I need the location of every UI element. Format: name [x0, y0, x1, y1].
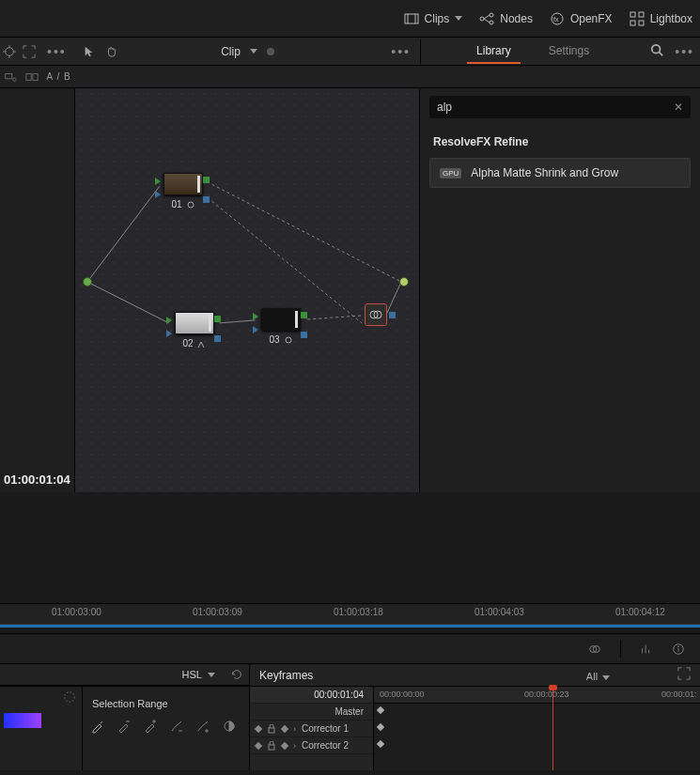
- fx-icon: fx: [550, 11, 565, 26]
- corrector-node-03[interactable]: 03: [261, 308, 301, 345]
- svg-line-30: [307, 316, 362, 319]
- link-icon: [284, 335, 293, 345]
- svg-text:fx: fx: [553, 16, 559, 23]
- source-node[interactable]: [83, 277, 92, 287]
- effects-library-panel: alp ✕ ResolveFX Refine GPU Alpha Matte S…: [420, 88, 700, 492]
- reset-icon[interactable]: [230, 668, 243, 681]
- svg-point-34: [286, 337, 291, 343]
- expand-chevron-icon[interactable]: ›: [293, 724, 296, 734]
- timeline-tick: 01:00:03:00: [52, 607, 101, 617]
- clear-search-icon[interactable]: ✕: [674, 101, 683, 114]
- search-button[interactable]: [645, 43, 669, 60]
- fx-search-input[interactable]: alp ✕: [429, 96, 691, 118]
- link-icon: [186, 200, 195, 209]
- clips-toggle[interactable]: Clips: [404, 11, 463, 26]
- svg-line-21: [660, 52, 663, 55]
- picker-plus-icon[interactable]: [143, 719, 158, 734]
- playhead[interactable]: [552, 687, 553, 770]
- svg-point-23: [13, 77, 17, 81]
- arrow-tool-icon[interactable]: [83, 45, 96, 58]
- node-label: 02: [182, 338, 193, 349]
- timeline-tick: 01:00:03:09: [193, 607, 242, 617]
- keyframe-marker-icon[interactable]: [281, 741, 288, 749]
- openfx-toggle[interactable]: fx OpenFX: [550, 11, 613, 26]
- chevron-down-icon: [455, 16, 462, 21]
- keyframe-toggle-icon[interactable]: [255, 741, 262, 749]
- hue-gradient[interactable]: [4, 713, 41, 728]
- nodes-icon: [479, 11, 494, 26]
- output-node[interactable]: [399, 277, 409, 287]
- nodes-label: Nodes: [500, 12, 533, 25]
- lightbox-label: Lightbox: [650, 12, 692, 25]
- scope-indicator: [267, 48, 274, 55]
- kf-track-row[interactable]: › Corrector 2: [250, 737, 373, 754]
- expand-chevron-icon[interactable]: ›: [293, 741, 296, 751]
- hand-tool-icon[interactable]: [105, 45, 118, 58]
- lock-icon[interactable]: [267, 741, 276, 751]
- tab-settings[interactable]: Settings: [539, 39, 599, 64]
- nodes-toggle[interactable]: Nodes: [479, 11, 533, 26]
- split-icon[interactable]: [25, 70, 39, 84]
- kf-track-row[interactable]: › Corrector 1: [250, 721, 373, 737]
- keyframe-marker[interactable]: [377, 723, 384, 731]
- tab-library[interactable]: Library: [467, 39, 521, 64]
- node-graph[interactable]: 01 02 03: [75, 88, 420, 492]
- svg-point-45: [65, 692, 75, 703]
- keyframes-title: Keyframes: [259, 669, 313, 682]
- lock-icon[interactable]: [267, 724, 276, 734]
- keyframe-marker[interactable]: [377, 740, 384, 748]
- search-value: alp: [437, 101, 452, 114]
- qualifier-mode[interactable]: HSL: [182, 669, 202, 680]
- layer-mixer-node[interactable]: [365, 303, 387, 326]
- more-menu-graph[interactable]: •••: [385, 44, 416, 59]
- kf-ruler-tick: 00:00:00:23: [524, 690, 569, 699]
- keyframe-toggle-icon[interactable]: [255, 724, 262, 732]
- feather-plus-icon[interactable]: [195, 719, 210, 734]
- expand-icon[interactable]: [23, 45, 36, 58]
- mini-timeline[interactable]: 01:00:03:00 01:00:03:09 01:00:03:18 01:0…: [0, 603, 700, 624]
- svg-rect-24: [26, 73, 31, 80]
- clips-label: Clips: [425, 12, 450, 25]
- svg-point-33: [188, 202, 194, 208]
- svg-rect-11: [639, 12, 644, 17]
- search-icon: [650, 43, 663, 56]
- picker-icon[interactable]: [90, 719, 105, 734]
- fx-item-label: Alpha Matte Shrink and Grow: [471, 166, 618, 179]
- scopes-icon[interactable]: [640, 643, 653, 656]
- kf-master-row[interactable]: Master: [250, 704, 373, 721]
- keyframe-marker-icon[interactable]: [281, 724, 288, 732]
- ab-compare[interactable]: A / B: [47, 71, 71, 82]
- svg-rect-22: [6, 73, 12, 78]
- svg-line-46: [101, 721, 102, 723]
- info-icon[interactable]: [672, 643, 685, 656]
- keyframe-lane[interactable]: 00:00:00:00 00:00:00:23 00:00:01:: [374, 687, 700, 770]
- node-label: 01: [171, 199, 181, 209]
- picker-minus-icon[interactable]: [117, 719, 132, 734]
- openfx-label: OpenFX: [570, 12, 613, 25]
- clips-icon: [404, 11, 419, 26]
- svg-point-44: [678, 645, 679, 646]
- feather-minus-icon[interactable]: [169, 719, 184, 734]
- expand-icon[interactable]: [677, 667, 691, 680]
- corrector-node-01[interactable]: 01: [163, 173, 203, 209]
- more-menu[interactable]: •••: [41, 44, 72, 59]
- more-menu-panel[interactable]: •••: [669, 44, 700, 59]
- selection-range-label: Selection Range: [92, 698, 241, 709]
- keyframe-marker[interactable]: [377, 706, 384, 714]
- mask-icon[interactable]: [63, 690, 76, 704]
- lightbox-toggle[interactable]: Lightbox: [630, 11, 692, 26]
- node-label: 03: [269, 334, 279, 345]
- chevron-down-icon: [602, 675, 610, 680]
- corrector-node-02[interactable]: 02: [175, 312, 214, 349]
- fx-item-alpha-matte[interactable]: GPU Alpha Matte Shrink and Grow: [429, 158, 691, 188]
- bypass-icon[interactable]: [588, 643, 601, 656]
- merge-icon: [369, 308, 382, 321]
- target-icon[interactable]: [3, 45, 16, 58]
- keyframes-filter[interactable]: All: [586, 671, 598, 682]
- timeline-tick: 01:00:03:18: [334, 607, 383, 617]
- timeline-clip[interactable]: [0, 625, 700, 628]
- svg-rect-55: [269, 745, 274, 750]
- scope-label[interactable]: Clip: [221, 45, 241, 58]
- invert-icon[interactable]: [222, 719, 237, 734]
- node-new-icon[interactable]: [4, 70, 17, 84]
